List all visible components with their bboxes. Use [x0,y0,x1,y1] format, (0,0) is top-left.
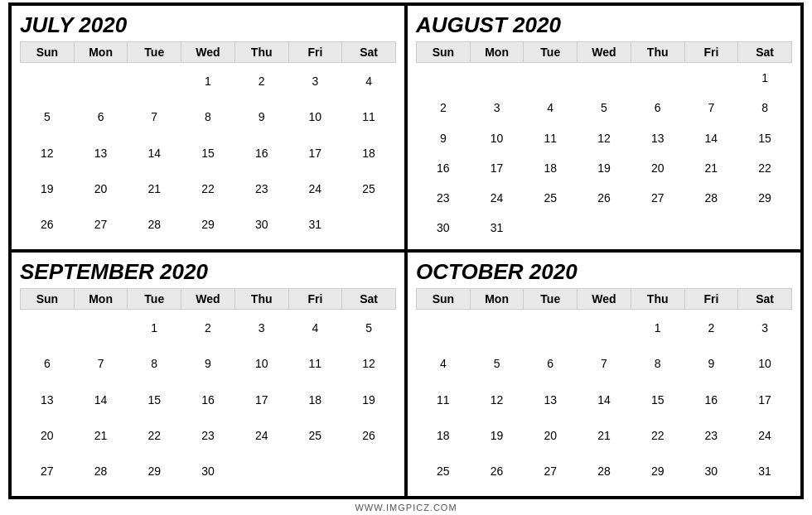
date-cell: 27 [74,207,128,243]
date-cell: 28 [74,454,128,489]
date-cell: 6 [524,346,578,382]
date-cell: 27 [631,183,684,213]
date-cell: 30 [684,454,738,489]
day-header-Wed: Wed [181,289,235,310]
date-cell: 21 [684,153,738,183]
date-cell: 19 [21,171,75,206]
date-cell: 30 [417,213,471,243]
date-cell: 28 [684,183,738,213]
date-cell: 1 [631,310,684,346]
date-cell [524,310,578,346]
date-cell: 29 [128,454,181,489]
date-cell [74,63,128,99]
day-header-Thu: Thu [234,289,288,310]
date-cell: 2 [181,310,235,346]
date-cell: 8 [181,99,235,135]
day-header-Sat: Sat [342,42,396,63]
table-row: 262728293031 [21,207,396,243]
date-cell: 17 [234,382,288,417]
table-row: 25262728293031 [417,454,792,489]
date-cell: 25 [342,171,396,206]
date-cell [470,310,524,346]
day-header-Wed: Wed [578,42,631,63]
table-row: 567891011 [21,99,396,135]
day-header-Thu: Thu [631,42,684,63]
date-cell: 14 [74,382,128,417]
date-cell [234,454,288,489]
date-cell [288,454,342,489]
date-cell: 23 [684,417,738,453]
date-cell: 27 [524,454,578,489]
date-cell: 25 [417,454,471,489]
date-cell: 3 [470,93,524,123]
date-cell: 23 [181,417,235,453]
date-cell: 16 [684,382,738,417]
date-cell: 27 [21,454,75,489]
day-header-Sun: Sun [417,289,471,310]
date-cell: 13 [21,382,75,417]
date-cell: 20 [631,153,684,183]
date-cell: 15 [738,123,792,152]
table-row: 2345678 [417,93,792,123]
day-header-Mon: Mon [470,42,524,63]
date-cell [21,63,75,99]
calendar-grid: JULY 2020SunMonTueWedThuFriSat1234567891… [8,2,804,499]
day-header-Sun: Sun [21,42,75,63]
date-cell [684,63,738,94]
date-cell: 5 [342,310,396,346]
date-cell: 4 [288,310,342,346]
month-title-september-2020: SEPTEMBER 2020 [20,259,396,285]
date-cell: 4 [417,346,471,382]
date-cell: 25 [288,417,342,453]
date-cell: 9 [684,346,738,382]
date-cell [524,63,578,94]
date-cell: 15 [128,382,181,417]
day-header-Thu: Thu [234,42,288,63]
date-cell [631,213,684,243]
day-header-Sat: Sat [738,289,792,310]
date-cell [342,454,396,489]
date-cell: 2 [684,310,738,346]
date-cell: 23 [417,183,471,213]
date-cell: 5 [578,93,631,123]
date-cell: 11 [417,382,471,417]
date-cell: 19 [578,153,631,183]
date-cell: 8 [738,93,792,123]
day-header-Mon: Mon [74,42,128,63]
day-header-Tue: Tue [524,42,578,63]
day-header-Sun: Sun [417,42,471,63]
date-cell [578,213,631,243]
date-cell: 10 [738,346,792,382]
date-cell: 1 [128,310,181,346]
table-row: 12345 [21,310,396,346]
date-cell [74,310,128,346]
date-cell: 15 [631,382,684,417]
date-cell: 14 [128,135,181,171]
month-july-2020: JULY 2020SunMonTueWedThuFriSat1234567891… [10,4,406,251]
date-cell: 8 [631,346,684,382]
date-cell [578,63,631,94]
date-cell: 2 [234,63,288,99]
date-cell: 17 [288,135,342,171]
date-cell: 11 [524,123,578,152]
month-title-october-2020: OCTOBER 2020 [416,259,792,285]
date-cell: 18 [524,153,578,183]
date-cell [738,213,792,243]
date-cell: 3 [288,63,342,99]
date-cell [342,207,396,243]
date-cell: 1 [738,63,792,94]
date-cell: 9 [181,346,235,382]
month-october-2020: OCTOBER 2020SunMonTueWedThuFriSat1234567… [406,251,802,498]
date-cell: 7 [578,346,631,382]
date-cell: 18 [417,417,471,453]
date-cell: 4 [342,63,396,99]
date-cell: 6 [21,346,75,382]
day-header-Fri: Fri [288,42,342,63]
day-header-Sat: Sat [738,42,792,63]
day-header-Wed: Wed [181,42,235,63]
date-cell: 26 [342,417,396,453]
date-cell: 7 [74,346,128,382]
date-cell: 13 [74,135,128,171]
day-header-Thu: Thu [631,289,684,310]
date-cell: 14 [684,123,738,152]
